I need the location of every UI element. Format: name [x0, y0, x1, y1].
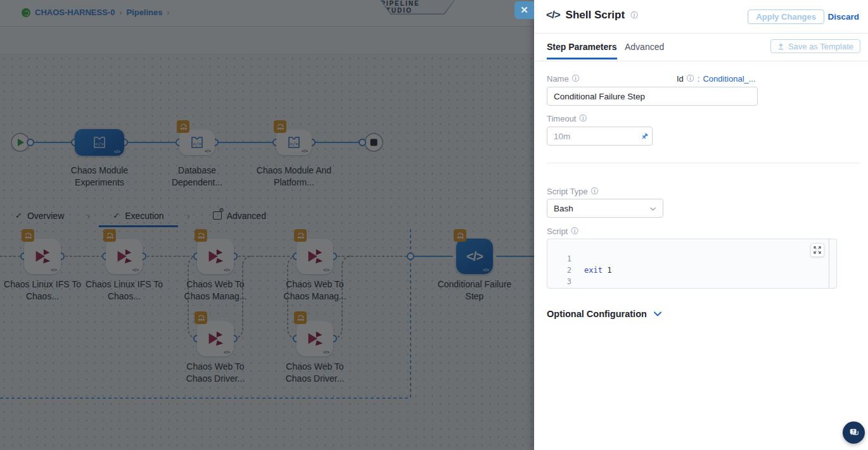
- svg-text:?: ?: [852, 429, 854, 434]
- help-chat-button[interactable]: ?: [843, 422, 865, 444]
- section-divider: [547, 163, 860, 163]
- drawer-dim-overlay: [0, 0, 534, 450]
- tab-step-advanced[interactable]: Advanced: [625, 42, 664, 52]
- close-icon: ✕: [520, 4, 528, 16]
- info-icon[interactable]: ⓘ: [572, 73, 580, 84]
- script-code-editor[interactable]: 1 exit 1 2 3 # comment for future refere…: [547, 239, 837, 289]
- script-label: Script ⓘ: [547, 226, 578, 237]
- info-icon[interactable]: ⓘ: [579, 113, 587, 124]
- chevron-down-icon: [653, 311, 662, 317]
- info-icon[interactable]: ⓘ: [571, 226, 578, 237]
- code-comment: # comment for future references: [584, 287, 726, 289]
- drawer-tabs: Step Parameters Advanced Save as Templat…: [534, 34, 868, 61]
- fixed-value-pin-icon[interactable]: [637, 127, 653, 146]
- info-icon[interactable]: ⓘ: [591, 186, 599, 197]
- pipeline-studio-app: CHAOS-HARNESS-0 › Pipelines › PIPELINE S…: [0, 0, 868, 450]
- name-input[interactable]: [547, 87, 758, 106]
- step-id-row: Id ⓘ : Conditional_...: [677, 73, 756, 84]
- close-drawer-button[interactable]: ✕: [514, 1, 534, 19]
- info-icon[interactable]: ⓘ: [630, 10, 638, 21]
- discard-button[interactable]: Discard: [827, 12, 859, 22]
- id-label: Id: [677, 74, 684, 84]
- pipeline-canvas-region: CHAOS-HARNESS-0 › Pipelines › PIPELINE S…: [0, 0, 534, 450]
- optional-configuration-toggle[interactable]: Optional Configuration: [547, 309, 662, 319]
- shell-script-icon: </>: [546, 9, 560, 22]
- timeout-field-label: Timeout ⓘ: [547, 113, 587, 124]
- step-config-drawer: </> Shell Script ⓘ Apply Changes Discard…: [534, 0, 868, 450]
- name-field-label: Name ⓘ: [547, 73, 580, 84]
- script-type-label: Script Type ⓘ: [547, 186, 599, 197]
- line-number: 4: [547, 287, 571, 289]
- expand-editor-button[interactable]: [810, 243, 824, 257]
- step-id-value[interactable]: Conditional_...: [703, 74, 755, 84]
- script-type-select[interactable]: Bash: [547, 199, 663, 218]
- chevron-down-icon: [649, 206, 656, 211]
- drawer-header: </> Shell Script ⓘ Apply Changes Discard: [534, 0, 868, 34]
- drawer-title: Shell Script: [566, 9, 625, 22]
- upload-icon: [777, 43, 784, 50]
- chat-question-icon: ?: [848, 427, 860, 439]
- save-as-template-button[interactable]: Save as Template: [770, 39, 860, 53]
- editor-scrollbar[interactable]: [829, 239, 829, 288]
- info-icon[interactable]: ⓘ: [687, 73, 694, 84]
- apply-changes-button[interactable]: Apply Changes: [748, 9, 824, 24]
- tab-step-parameters[interactable]: Step Parameters: [547, 42, 617, 52]
